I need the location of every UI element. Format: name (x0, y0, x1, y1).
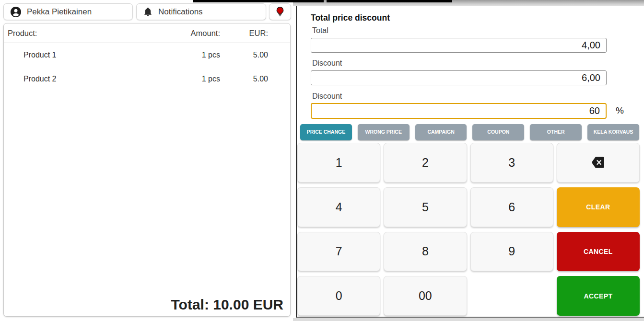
percent-suffix: % (616, 105, 624, 116)
reason-kela-korvaus-button[interactable]: KELA KORVAUS (587, 124, 639, 140)
discount-percent-input[interactable] (311, 103, 607, 119)
reason-wrong-price-button[interactable]: WRONG PRICE (358, 124, 410, 140)
numeric-keypad: 1 2 3 4 5 6 CLEAR 7 8 9 CANCEL 0 00 ACCE… (297, 143, 640, 316)
right-panel-bottom-shadow (293, 318, 644, 321)
backspace-icon (591, 157, 605, 168)
key-3[interactable]: 3 (470, 143, 553, 183)
reason-campaign-button[interactable]: CAMPAIGN (415, 124, 467, 140)
cart-row[interactable]: Product 2 1 pcs 5.00 (4, 67, 290, 91)
cart-header-row: Product: Amount: EUR: (4, 23, 290, 43)
reason-coupon-button[interactable]: COUPON (472, 124, 524, 140)
cart-row-amount: 1 pcs (163, 51, 220, 59)
accept-button[interactable]: ACCEPT (557, 276, 640, 316)
cancel-button[interactable]: CANCEL (557, 232, 640, 272)
lightbulb-icon (275, 6, 285, 18)
key-9[interactable]: 9 (470, 232, 553, 272)
cart-row-eur: 5.00 (220, 51, 268, 59)
cart-panel: Product: Amount: EUR: Product 1 1 pcs 5.… (3, 23, 291, 317)
cart-col-product: Product: (4, 29, 163, 38)
reason-price-change-button[interactable]: PRICE CHANGE (300, 124, 352, 140)
key-5[interactable]: 5 (384, 187, 467, 227)
cart-row[interactable]: Product 1 1 pcs 5.00 (4, 43, 290, 67)
key-0[interactable]: 0 (297, 276, 380, 316)
user-icon (10, 6, 22, 18)
user-button[interactable]: Pekka Pietikainen (3, 3, 133, 20)
reason-other-button[interactable]: OTHER (530, 124, 582, 140)
discount-amount-input[interactable] (311, 70, 607, 85)
top-black-bar-right (327, 0, 452, 2)
key-1[interactable]: 1 (297, 143, 380, 183)
total-field-input[interactable] (311, 38, 607, 53)
backspace-button[interactable] (557, 143, 640, 183)
lamp-button[interactable] (269, 3, 291, 20)
cart-col-amount: Amount: (163, 29, 220, 38)
top-black-bar-left (193, 0, 324, 2)
discount-reason-buttons: PRICE CHANGE WRONG PRICE CAMPAIGN COUPON… (300, 124, 639, 140)
user-button-label: Pekka Pietikainen (27, 7, 92, 17)
notifications-button[interactable]: Notifications (136, 3, 266, 20)
cart-row-amount: 1 pcs (163, 75, 220, 83)
key-8[interactable]: 8 (384, 232, 467, 272)
key-7[interactable]: 7 (297, 232, 380, 272)
cart-row-product: Product 2 (4, 75, 163, 83)
key-6[interactable]: 6 (470, 187, 553, 227)
total-field-label: Total (312, 26, 328, 35)
clear-button[interactable]: CLEAR (557, 187, 640, 227)
notifications-button-label: Notifications (158, 7, 203, 17)
key-2[interactable]: 2 (384, 143, 467, 183)
cart-total: Total: 10.00 EUR (171, 297, 283, 313)
keypad-empty-cell (470, 276, 553, 316)
key-4[interactable]: 4 (297, 187, 380, 227)
discount-panel-title: Total price discount (311, 13, 390, 23)
cart-row-product: Product 1 (4, 51, 163, 59)
bell-icon (143, 7, 153, 17)
discount-percent-label: Discount (312, 92, 342, 101)
cart-col-eur: EUR: (220, 29, 268, 38)
key-00[interactable]: 00 (384, 276, 467, 316)
cart-row-eur: 5.00 (220, 75, 268, 83)
discount-amount-label: Discount (312, 59, 342, 68)
